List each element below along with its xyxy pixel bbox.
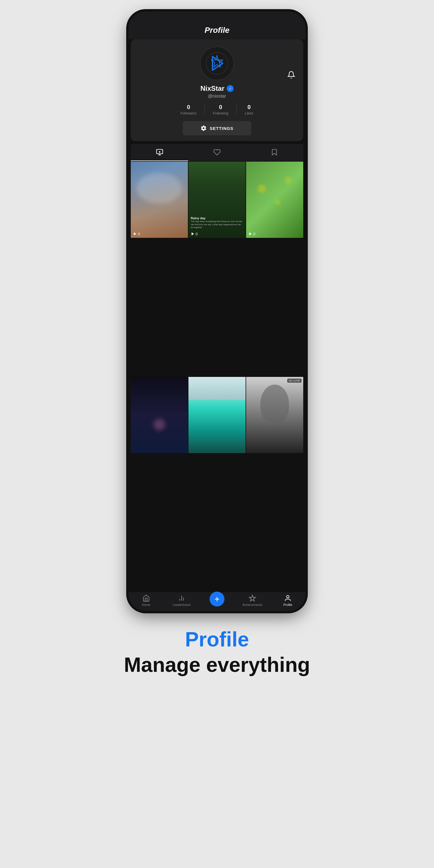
video-grid: 0 Rainy day The day when everything felt… (131, 162, 303, 592)
nav-achievements-label: Achievements (242, 603, 262, 607)
stat-following: 0 Following (205, 104, 237, 115)
avatar (200, 46, 234, 81)
tab-videos[interactable] (131, 144, 188, 161)
likes-count: 0 (248, 104, 251, 111)
svg-marker-4 (159, 151, 161, 153)
content-tabs (131, 144, 303, 161)
video-thumb-6[interactable]: NO LOVE (246, 377, 303, 453)
user-handle: @nixstar (136, 94, 298, 99)
status-bar (128, 11, 306, 23)
video-thumb-5[interactable] (188, 377, 246, 453)
settings-icon (200, 125, 207, 131)
phone-shell: Profile (128, 11, 306, 611)
bottom-section: Profile Manage everything (101, 628, 333, 676)
bottom-nav: Home Leaderboard + Achievements (128, 592, 306, 611)
achievements-icon (249, 594, 256, 602)
notification-button[interactable] (287, 71, 295, 81)
stats-row: 0 Followers 0 Following 0 Likes (136, 104, 298, 115)
svg-marker-6 (192, 232, 194, 236)
svg-marker-7 (249, 232, 252, 236)
video-thumb-3[interactable]: 0 (246, 162, 303, 238)
video-badge-6: NO LOVE (287, 379, 302, 382)
video-thumb-2[interactable]: Rainy day The day when everything felt h… (188, 162, 246, 238)
settings-button[interactable]: SETTINGS (183, 121, 251, 135)
bottom-manage-subtitle: Manage everything (124, 654, 310, 676)
video-thumb-1[interactable]: 0 (131, 162, 188, 238)
nav-profile-label: Profile (283, 603, 292, 607)
avatar-wrapper (136, 46, 298, 81)
svg-marker-5 (134, 232, 136, 236)
phone-screen: Profile (128, 11, 306, 611)
add-icon: + (214, 594, 220, 603)
video-count-3: 0 (248, 232, 255, 236)
followers-count: 0 (187, 104, 190, 111)
add-button[interactable]: + (210, 592, 224, 607)
nav-leaderboard-label: Leaderboard (173, 603, 190, 607)
video-count-2: 0 (191, 232, 197, 236)
verified-badge: ✓ (227, 85, 234, 92)
nav-home[interactable]: Home (128, 594, 164, 607)
nav-home-label: Home (142, 603, 150, 607)
home-icon (143, 594, 150, 602)
nav-leaderboard[interactable]: Leaderboard (164, 594, 199, 607)
page-title-bar: Profile (128, 23, 306, 39)
user-name-row: NixStar ✓ (136, 85, 298, 93)
stat-likes: 0 Likes (237, 104, 261, 115)
video-overlay-2: Rainy day The day when everything felt h… (191, 216, 243, 229)
following-count: 0 (219, 104, 222, 111)
settings-label: SETTINGS (210, 126, 233, 131)
bottom-profile-title: Profile (124, 628, 310, 651)
tab-saved[interactable] (246, 144, 303, 161)
followers-label: Followers (181, 111, 197, 115)
tab-liked[interactable] (188, 144, 246, 161)
profile-card: NixStar ✓ @nixstar 0 Followers 0 Followi… (131, 39, 303, 141)
user-name: NixStar (200, 85, 224, 93)
following-label: Following (213, 111, 228, 115)
page-title: Profile (128, 26, 306, 35)
video-thumb-4[interactable] (131, 377, 188, 453)
svg-point-11 (287, 595, 289, 598)
likes-label: Likes (245, 111, 253, 115)
profile-icon (284, 594, 291, 602)
stat-followers: 0 Followers (173, 104, 205, 115)
nav-add: + (199, 594, 235, 607)
nav-achievements[interactable]: Achievements (235, 594, 270, 607)
nav-profile[interactable]: Profile (270, 594, 306, 607)
video-count-1: 0 (133, 232, 140, 236)
leaderboard-icon (178, 594, 185, 602)
